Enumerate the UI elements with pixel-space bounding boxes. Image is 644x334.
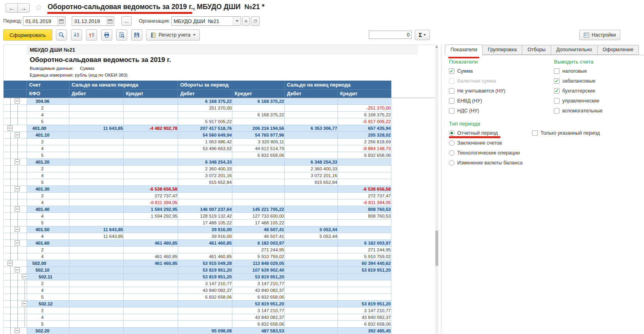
- value-cell[interactable]: 53 819 951,20: [178, 267, 232, 274]
- value-cell[interactable]: 461 460,85: [123, 260, 178, 267]
- kfo-cell[interactable]: 5: [27, 179, 69, 186]
- value-cell[interactable]: [69, 152, 123, 159]
- value-cell[interactable]: 2 360 400,33: [284, 166, 337, 172]
- collapse-groups-button[interactable]: [86, 29, 97, 41]
- value-cell[interactable]: [69, 179, 123, 186]
- table-row[interactable]: 401.5011 643,8539 916,0046 507,415 052,4…: [4, 226, 391, 233]
- kfo-cell[interactable]: 5: [27, 220, 69, 226]
- value-cell[interactable]: 17 488 105,22: [232, 220, 284, 226]
- tab-Дополнительно[interactable]: Дополнительно: [551, 45, 598, 55]
- value-cell[interactable]: [123, 166, 178, 172]
- value-cell[interactable]: -6 811 394,05: [337, 199, 391, 206]
- value-cell[interactable]: 53 819 951,20: [232, 274, 284, 280]
- account-cell[interactable]: 401.40: [27, 206, 69, 213]
- value-cell[interactable]: [69, 307, 123, 314]
- kfo-cell[interactable]: 4: [27, 172, 69, 179]
- value-cell[interactable]: [284, 280, 337, 287]
- value-cell[interactable]: 3 147 210,77: [337, 307, 391, 314]
- table-row[interactable]: 4-6 811 394,05-6 811 394,05: [4, 199, 391, 206]
- value-cell[interactable]: [284, 199, 337, 206]
- value-cell[interactable]: [123, 118, 178, 125]
- favorite-star-icon[interactable]: ☆: [35, 3, 42, 12]
- value-cell[interactable]: [337, 287, 391, 294]
- value-cell[interactable]: 54 765 977,96: [232, 132, 284, 139]
- value-cell[interactable]: [69, 294, 123, 301]
- value-cell[interactable]: [284, 240, 337, 247]
- col-credit[interactable]: Кредит: [337, 90, 391, 98]
- save-button[interactable]: [131, 29, 142, 41]
- account-cell[interactable]: 502.20: [27, 328, 69, 334]
- checkbox-бухгалтерские[interactable]: ✓бухгалтерские: [554, 86, 603, 96]
- radio-Изменение валюты баланса[interactable]: Изменение валюты баланса: [449, 158, 523, 168]
- table-row[interactable]: 5915 652,84915 652,84: [4, 179, 391, 186]
- value-cell[interactable]: 6 168 375,22: [337, 112, 391, 118]
- value-cell[interactable]: 53 819 951,20: [232, 301, 284, 307]
- checkbox-ЕНВД (НУ)[interactable]: ЕНВД (НУ): [449, 96, 505, 106]
- col-credit[interactable]: Кредит: [232, 90, 284, 98]
- value-cell[interactable]: [337, 233, 391, 240]
- value-cell[interactable]: [69, 240, 123, 247]
- value-cell[interactable]: 657 435,94: [337, 125, 391, 132]
- table-row[interactable]: 46 168 375,226 168 375,22: [4, 112, 391, 118]
- value-cell[interactable]: 113 848 029,05: [232, 260, 284, 267]
- value-cell[interactable]: 6 168 375,22: [232, 98, 284, 105]
- value-cell[interactable]: [69, 199, 123, 206]
- value-cell[interactable]: [69, 105, 123, 112]
- value-cell[interactable]: [232, 166, 284, 172]
- value-cell[interactable]: 6 182 003,97: [232, 240, 284, 247]
- value-cell[interactable]: [337, 98, 391, 105]
- value-cell[interactable]: [178, 247, 232, 253]
- table-row[interactable]: 443 840 082,3743 840 082,37: [4, 287, 391, 294]
- value-cell[interactable]: [284, 260, 337, 267]
- value-cell[interactable]: 107 639 902,40: [232, 267, 284, 274]
- value-cell[interactable]: 17 488 105,22: [178, 220, 232, 226]
- value-cell[interactable]: 808 760,53: [337, 213, 391, 220]
- value-cell[interactable]: [178, 152, 232, 159]
- value-cell[interactable]: 6 832 658,06: [337, 321, 391, 328]
- value-cell[interactable]: 53 819 951,20: [337, 301, 391, 307]
- table-row[interactable]: 401.0011 643,85-4 482 902,78207 417 518,…: [4, 125, 391, 132]
- value-cell[interactable]: 146 007 237,64: [178, 206, 232, 213]
- value-cell[interactable]: [123, 267, 178, 274]
- value-cell[interactable]: [69, 159, 123, 166]
- value-cell[interactable]: 46 507,41: [232, 233, 284, 240]
- value-cell[interactable]: 43 840 082,37: [232, 314, 284, 321]
- value-cell[interactable]: [69, 166, 123, 172]
- value-cell[interactable]: [284, 112, 337, 118]
- table-row[interactable]: 23 147 210,773 147 210,77: [4, 307, 391, 314]
- kfo-cell[interactable]: 2: [27, 280, 69, 287]
- collapse-minus-icon[interactable]: [15, 227, 20, 232]
- value-cell[interactable]: [123, 105, 178, 112]
- value-cell[interactable]: [284, 267, 337, 274]
- value-cell[interactable]: [178, 112, 232, 118]
- value-cell[interactable]: [123, 179, 178, 186]
- collapse-minus-icon[interactable]: [15, 159, 20, 164]
- value-cell[interactable]: 3 147 210,77: [178, 280, 232, 287]
- collapse-minus-icon[interactable]: [15, 132, 20, 137]
- value-cell[interactable]: [123, 172, 178, 179]
- value-cell[interactable]: [284, 132, 337, 139]
- table-row[interactable]: 517 488 105,2217 488 105,22: [4, 220, 391, 226]
- value-cell[interactable]: [69, 206, 123, 213]
- value-cell[interactable]: 2 360 400,33: [178, 166, 232, 172]
- col-debit[interactable]: Дебет: [178, 90, 232, 98]
- checkbox-НДС (НУ)[interactable]: НДС (НУ): [449, 106, 505, 116]
- value-cell[interactable]: 272 737,47: [123, 193, 178, 199]
- value-cell[interactable]: [123, 226, 178, 233]
- period-from-input[interactable]: [23, 17, 57, 25]
- value-cell[interactable]: [123, 314, 178, 321]
- value-cell[interactable]: 53 819 951,20: [178, 274, 232, 280]
- value-cell[interactable]: [123, 139, 178, 145]
- tab-Отборы[interactable]: Отборы: [522, 45, 551, 55]
- generate-button[interactable]: Сформировать: [3, 29, 52, 41]
- value-cell[interactable]: [178, 186, 232, 193]
- value-cell[interactable]: [284, 220, 337, 226]
- table-row[interactable]: 401.60461 460,85461 460,856 182 003,976 …: [4, 240, 391, 247]
- table-row[interactable]: 56 832 658,066 832 658,06: [4, 152, 391, 159]
- value-cell[interactable]: 5 052,44: [284, 233, 337, 240]
- value-cell[interactable]: 6 168 375,22: [232, 112, 284, 118]
- value-cell[interactable]: [69, 328, 123, 334]
- value-cell[interactable]: [284, 118, 337, 125]
- collapse-minus-icon[interactable]: [15, 207, 20, 212]
- value-cell[interactable]: 3 072 201,16: [178, 172, 232, 179]
